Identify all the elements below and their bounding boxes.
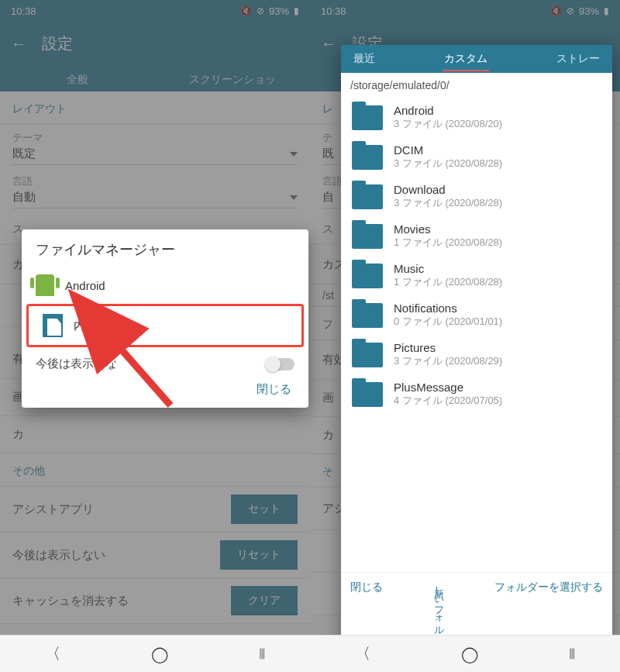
folder-item[interactable]: Music 1 ファイル (2020/08/28) [341,256,612,295]
select-folder-button[interactable]: フォルダーを選択する [494,581,603,594]
mute-icon: 🔇 [550,5,562,16]
folder-icon [352,382,383,407]
folder-sub: 3 ファイル (2020/08/29) [394,354,502,368]
back-icon[interactable]: ← [11,35,26,53]
tab-underline [443,70,489,71]
tab-storage[interactable]: ストレー [544,45,612,73]
app-bar: ← 設定 [0,22,310,65]
folder-icon [352,343,383,367]
path-display: /storage/emulated/0/ [341,73,612,98]
folder-item[interactable]: Movies 1 ファイル (2020/08/28) [341,216,612,256]
folder-sub: 3 ファイル (2020/08/20) [394,117,502,131]
folder-name: Music [394,262,502,275]
page-title: 設定 [42,33,73,54]
folder-item[interactable]: Notifications 0 ファイル (2020/01/01) [341,295,612,335]
android-icon [36,274,54,296]
assist-label: アシストアプリ [12,502,94,517]
folder-name: Movies [394,222,502,236]
dont-show-label: 今後は表示しない [12,548,105,563]
nav-home-icon[interactable]: ◯ [461,645,478,663]
folder-name: Pictures [394,341,502,354]
tab-custom[interactable]: カスタム [388,45,544,73]
dialog-title: ファイルマネージャー [22,240,308,267]
dialog-item-internal[interactable]: 内部 [26,304,304,347]
reset-button[interactable]: リセット [220,540,298,570]
folder-icon [352,105,383,130]
chevron-down-icon [290,152,298,157]
set-button[interactable]: セット [231,495,298,524]
language-dropdown[interactable]: 自動 [12,190,298,208]
status-time: 10:38 [321,5,346,17]
status-bar: 10:38 🔇 ⊘ 93% ▮ [0,0,310,22]
battery-pct: 93% [269,5,289,17]
folder-item[interactable]: Download 3 ファイル (2020/08/28) [341,177,612,216]
theme-label: テーマ [12,131,298,145]
folder-sub: 1 ファイル (2020/08/28) [394,236,502,250]
fd-tabs: 最近 カスタム ストレー [341,45,612,73]
section-layout: レイアウト [0,91,310,125]
nav-bar: 〈 ◯ ⦀ [0,635,310,672]
folder-icon [352,145,383,170]
mute-icon: 🔇 [240,5,252,16]
folder-sub: 3 ファイル (2020/08/28) [394,196,502,210]
back-icon[interactable]: ← [321,35,336,53]
file-manager-dialog: ファイルマネージャー Android 内部 今後は表示しな 閉じる [22,229,308,408]
folder-icon [352,224,383,249]
folder-item[interactable]: Android 3 ファイル (2020/08/20) [341,98,612,137]
folder-name: DCIM [394,143,502,157]
tab-general[interactable]: 全般 [0,73,155,91]
battery-pct: 93% [579,5,599,17]
status-time: 10:38 [11,5,36,17]
clear-button[interactable]: クリア [231,586,298,615]
dialog-item-android[interactable]: Android [22,267,308,304]
tab-recent[interactable]: 最近 [341,45,388,73]
tab-row: 全般 スクリーンショッ [0,65,310,91]
folder-sub: 3 ファイル (2020/08/28) [394,157,502,171]
new-folder-button[interactable]: 新しいフォルダ [433,581,444,639]
nav-home-icon[interactable]: ◯ [151,645,168,663]
close-button[interactable]: 閉じる [350,581,383,594]
folder-sub: 1 ファイル (2020/08/28) [394,275,502,289]
folder-item[interactable]: DCIM 3 ファイル (2020/08/28) [341,137,612,177]
folder-item[interactable]: Pictures 3 ファイル (2020/08/29) [341,335,612,374]
nav-recent-icon[interactable]: ⦀ [259,645,265,663]
no-sim-icon: ⊘ [567,5,574,16]
close-button[interactable]: 閉じる [22,374,308,405]
folder-picker-dialog: 最近 カスタム ストレー /storage/emulated/0/ Androi… [341,45,612,649]
battery-icon: ▮ [294,5,299,16]
folder-icon [352,264,383,288]
nav-bar: 〈 ◯ ⦀ [310,635,620,672]
language-label: 言語 [12,174,298,188]
status-bar: 10:38 🔇 ⊘ 93% ▮ [310,0,620,22]
section-other: その他 [0,453,310,487]
file-icon [43,314,63,337]
toggle-off[interactable] [267,358,294,370]
folder-sub: 0 ファイル (2020/01/01) [394,315,502,329]
dialog-dont-show: 今後は表示しな [36,357,117,371]
folder-name: Download [394,183,502,196]
folder-list: Android 3 ファイル (2020/08/20) DCIM 3 ファイル … [341,98,612,572]
folder-item[interactable]: PlusMessage 4 ファイル (2020/07/05) [341,374,612,414]
cache-label: キャッシュを消去する [12,594,129,608]
folder-icon [352,303,383,328]
chevron-down-icon [290,195,298,200]
folder-sub: 4 ファイル (2020/07/05) [394,394,502,408]
nav-recent-icon[interactable]: ⦀ [569,645,575,663]
folder-name: Android [394,104,502,117]
folder-name: PlusMessage [394,381,502,394]
folder-icon [352,184,383,209]
tab-screenshot[interactable]: スクリーンショッ [155,73,310,91]
theme-dropdown[interactable]: 既定 [12,146,298,165]
nav-back-icon[interactable]: 〈 [355,643,370,664]
left-screen: 10:38 🔇 ⊘ 93% ▮ ← 設定 全般 スクリーンショッ レイアウト テ… [0,0,310,672]
right-screen: 10:38 🔇 ⊘ 93% ▮ ← 設定 ョッ レ テ 既 言語 自 ス カス … [310,0,620,672]
battery-icon: ▮ [604,5,609,16]
folder-name: Notifications [394,302,502,315]
nav-back-icon[interactable]: 〈 [45,643,60,664]
no-sim-icon: ⊘ [257,5,264,16]
